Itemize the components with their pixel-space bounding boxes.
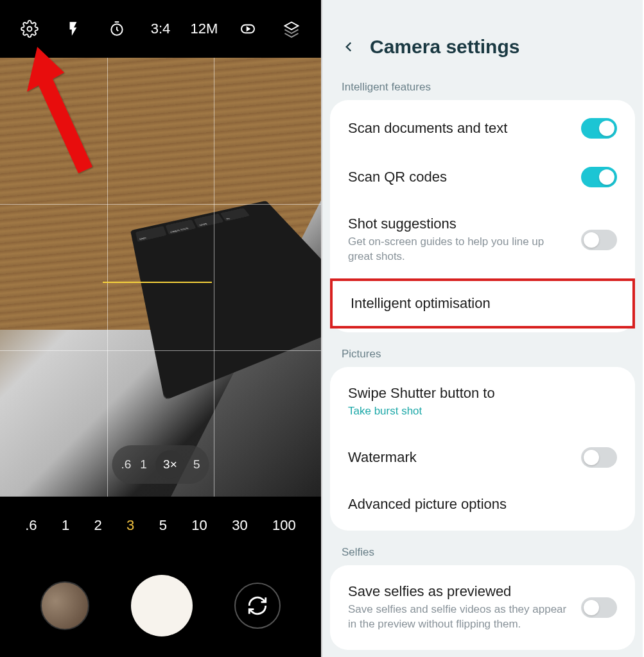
- zoom-step[interactable]: 5: [159, 517, 167, 534]
- zoom-pill-option[interactable]: 5: [193, 457, 200, 472]
- flash-icon[interactable]: [60, 15, 87, 42]
- page-title: Camera settings: [370, 36, 519, 58]
- zoom-step[interactable]: 100: [272, 517, 296, 534]
- zoom-pill-option[interactable]: 1: [140, 457, 147, 472]
- zoom-step[interactable]: 10: [191, 517, 207, 534]
- row-title: Swipe Shutter button to: [348, 385, 617, 402]
- toggle-switch[interactable]: [581, 597, 617, 618]
- switch-camera-button[interactable]: [234, 583, 281, 629]
- resolution-button[interactable]: 12M: [191, 15, 218, 42]
- annotation-arrow: [19, 42, 103, 176]
- row-title: Intelligent optimisation: [351, 295, 614, 312]
- shutter-button[interactable]: [131, 575, 193, 636]
- camera-settings-screen: Camera settings Intelligent features Sca…: [322, 0, 643, 657]
- zoom-step[interactable]: 2: [94, 517, 102, 534]
- zoom-step[interactable]: 1: [62, 517, 69, 534]
- row-title: Scan QR codes: [348, 169, 570, 185]
- camera-bottom-bar: [0, 554, 321, 657]
- row-subtitle: Save selfies and selfie videos as they a…: [348, 602, 570, 632]
- settings-card: Swipe Shutter button to Take burst shot …: [330, 367, 635, 531]
- toggle-switch[interactable]: [581, 167, 617, 187]
- svg-marker-3: [247, 28, 250, 31]
- svg-point-0: [28, 27, 32, 31]
- toggle-switch[interactable]: [581, 447, 617, 468]
- row-title: Watermark: [348, 449, 570, 466]
- back-button[interactable]: [338, 36, 360, 58]
- level-indicator: [103, 282, 212, 283]
- settings-body[interactable]: Intelligent features Scan documents and …: [322, 71, 643, 657]
- settings-card: Save selfies as previewed Save selfies a…: [330, 565, 635, 650]
- section-label: Selfies: [330, 536, 635, 565]
- zoom-step-selected[interactable]: 3: [126, 517, 134, 534]
- row-subtitle: Take burst shot: [348, 404, 617, 419]
- row-title: Scan documents and text: [348, 120, 570, 137]
- settings-header: Camera settings: [322, 0, 643, 71]
- row-title: Save selfies as previewed: [348, 583, 570, 600]
- zoom-scale-bar[interactable]: .6 1 2 3 5 10 30 100: [0, 497, 321, 554]
- zoom-pill-option-active[interactable]: 3×: [156, 450, 184, 479]
- setting-scan-documents[interactable]: Scan documents and text: [330, 104, 635, 153]
- zoom-pill[interactable]: .6 1 3× 5: [112, 445, 209, 484]
- setting-watermark[interactable]: Watermark: [330, 433, 635, 482]
- setting-swipe-shutter[interactable]: Swipe Shutter button to Take burst shot: [330, 371, 635, 433]
- gallery-thumbnail[interactable]: [40, 581, 89, 630]
- filters-icon[interactable]: [278, 15, 305, 42]
- toggle-switch[interactable]: [581, 118, 617, 139]
- timer-icon[interactable]: [103, 15, 130, 42]
- zoom-step[interactable]: 30: [232, 517, 247, 534]
- section-label: Intelligent features: [330, 71, 635, 100]
- section-label: Pictures: [330, 337, 635, 367]
- motion-photo-icon[interactable]: [234, 15, 261, 42]
- zoom-step[interactable]: .6: [25, 517, 37, 534]
- settings-gear-icon[interactable]: [16, 15, 43, 42]
- setting-intelligent-optimisation[interactable]: Intelligent optimisation: [330, 278, 635, 328]
- row-title: Shot suggestions: [348, 216, 570, 232]
- setting-save-selfies-as-previewed[interactable]: Save selfies as previewed Save selfies a…: [330, 569, 635, 646]
- zoom-pill-option[interactable]: .6: [121, 457, 131, 472]
- row-subtitle: Get on-screen guides to help you line up…: [348, 235, 570, 264]
- settings-card: Scan documents and text Scan QR codes Sh…: [330, 100, 635, 332]
- row-title: Advanced picture options: [348, 496, 617, 513]
- setting-scan-qr[interactable]: Scan QR codes: [330, 153, 635, 201]
- setting-shot-suggestions[interactable]: Shot suggestions Get on-screen guides to…: [330, 201, 635, 278]
- aspect-ratio-button[interactable]: 3:4: [147, 15, 174, 42]
- camera-app-screen: 3:4 12M tab caps lock shift fn .6 1 3×: [0, 0, 322, 657]
- setting-advanced-picture[interactable]: Advanced picture options: [330, 482, 635, 527]
- toggle-switch[interactable]: [581, 230, 617, 250]
